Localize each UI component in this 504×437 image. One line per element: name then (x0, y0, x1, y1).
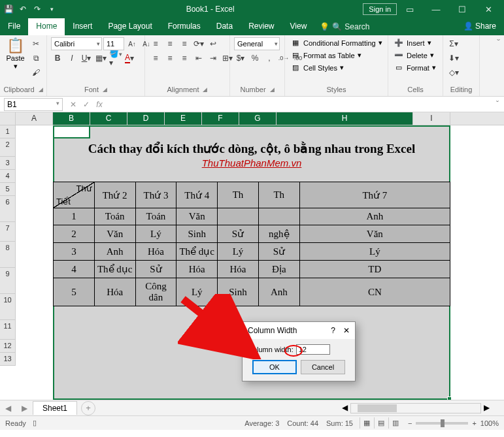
sheet-nav-next-icon[interactable]: ▶ (16, 404, 33, 413)
tab-insert[interactable]: Insert (65, 18, 100, 35)
alignment-launcher-icon[interactable]: ◢ (203, 86, 207, 93)
worksheet-grid[interactable]: ABCDEFGHI 12345678910111213 Cách thay đổ… (0, 112, 504, 400)
name-box[interactable]: B1 (4, 98, 63, 111)
ok-button[interactable]: OK (252, 360, 297, 374)
zoom-out-icon[interactable]: − (408, 419, 412, 427)
align-right-icon[interactable]: ≡ (178, 52, 191, 65)
align-middle-icon[interactable]: ≡ (163, 37, 176, 50)
zoom-slider[interactable] (416, 422, 468, 425)
row-header-2[interactable]: 2 (0, 138, 16, 157)
row-header-3[interactable]: 3 (0, 157, 16, 170)
percent-icon[interactable]: % (248, 52, 261, 65)
bold-icon[interactable]: B (51, 52, 64, 65)
new-sheet-button[interactable]: + (81, 401, 95, 415)
undo-icon[interactable]: ↶ (17, 5, 29, 14)
comma-icon[interactable]: , (263, 52, 276, 65)
close-icon[interactable]: ✕ (475, 5, 501, 14)
tab-page-layout[interactable]: Page Layout (100, 18, 160, 35)
maximize-icon[interactable]: ☐ (449, 5, 475, 14)
number-launcher-icon[interactable]: ◢ (270, 86, 275, 93)
row-header-9[interactable]: 9 (0, 268, 16, 294)
qat-customize-icon[interactable]: ▾ (46, 6, 58, 12)
col-header-H[interactable]: H (277, 112, 413, 125)
row-header-12[interactable]: 12 (0, 340, 16, 353)
dialog-help-icon[interactable]: ? (331, 326, 335, 335)
italic-icon[interactable]: I (65, 52, 78, 65)
tab-formulas[interactable]: Formulas (160, 18, 209, 35)
cell-styles-button[interactable]: ▨Cell Styles ▾ (289, 62, 345, 73)
underline-icon[interactable]: U ▾ (80, 52, 93, 65)
tab-home[interactable]: Home (28, 18, 65, 35)
wrap-text-icon[interactable]: ↩ (207, 37, 220, 50)
tab-file[interactable]: File (0, 18, 28, 35)
collapse-ribbon-icon[interactable]: ˇ (493, 35, 504, 96)
col-header-C[interactable]: C (90, 112, 127, 125)
sheet-tab[interactable]: Sheet1 (33, 401, 77, 415)
align-left-icon[interactable]: ≡ (149, 52, 162, 65)
insert-button[interactable]: ➕Insert ▾ (392, 37, 433, 48)
border-icon[interactable]: ▦▾ (94, 52, 107, 65)
col-header-B[interactable]: B (53, 112, 90, 125)
number-format-combo[interactable]: General (234, 37, 280, 50)
cancel-button[interactable]: Cancel (301, 360, 345, 374)
copy-icon[interactable]: ⧉ (29, 52, 42, 65)
align-bottom-icon[interactable]: ≡ (178, 37, 191, 50)
col-header-G[interactable]: G (239, 112, 277, 125)
col-header-A[interactable]: A (16, 112, 53, 125)
macro-record-icon[interactable]: ▯ (33, 419, 37, 427)
col-header-F[interactable]: F (202, 112, 239, 125)
font-name-combo[interactable]: Calibri (51, 37, 102, 50)
dialog-close-icon[interactable]: ✕ (343, 326, 350, 335)
row-header-6[interactable]: 6 (0, 196, 16, 222)
tab-review[interactable]: Review (241, 18, 282, 35)
horizontal-scrollbar[interactable] (350, 403, 481, 413)
format-painter-icon[interactable]: 🖌 (29, 66, 42, 79)
conditional-formatting-button[interactable]: ▦Conditional Formatting ▾ (289, 37, 384, 48)
row-header-7[interactable]: 7 (0, 222, 16, 242)
clipboard-launcher-icon[interactable]: ◢ (39, 86, 43, 93)
font-launcher-icon[interactable]: ◢ (103, 86, 107, 93)
fill-icon[interactable]: ⬇▾ (447, 52, 460, 65)
format-button[interactable]: ▭Format ▾ (392, 62, 437, 73)
clear-icon[interactable]: ◇▾ (447, 66, 460, 79)
increase-font-icon[interactable]: A↑ (126, 37, 139, 50)
tab-view[interactable]: View (282, 18, 315, 35)
row-header-11[interactable]: 11 (0, 320, 16, 340)
row-header-4[interactable]: 4 (0, 170, 16, 183)
decrease-indent-icon[interactable]: ⇤ (192, 52, 205, 65)
hscroll-right-icon[interactable]: ▶ (481, 403, 492, 413)
sheet-nav-prev-icon[interactable]: ◀ (0, 404, 16, 413)
share-button[interactable]: 👤 Share (456, 18, 504, 35)
format-as-table-button[interactable]: ▤Format as Table ▾ (289, 50, 363, 61)
enter-formula-icon[interactable]: ✓ (80, 100, 93, 109)
ribbon-options-icon[interactable]: ▭ (397, 5, 423, 14)
redo-icon[interactable]: ↷ (31, 5, 43, 14)
col-header-E[interactable]: E (165, 112, 202, 125)
font-size-combo[interactable]: 11 (103, 37, 124, 50)
cancel-formula-icon[interactable]: ✕ (67, 100, 80, 109)
accounting-icon[interactable]: $▾ (234, 52, 247, 65)
row-header-13[interactable]: 13 (0, 353, 16, 366)
row-header-1[interactable]: 1 (0, 125, 16, 138)
save-icon[interactable]: 💾 (3, 5, 14, 14)
increase-indent-icon[interactable]: ⇥ (207, 52, 220, 65)
cut-icon[interactable]: ✂ (29, 37, 42, 50)
view-switcher[interactable]: ▦▤▥ (360, 417, 403, 429)
hscroll-left-icon[interactable]: ◀ (339, 403, 350, 413)
expand-formula-icon[interactable]: ˇ (491, 100, 504, 109)
minimize-icon[interactable]: — (423, 5, 449, 14)
orientation-icon[interactable]: ⟳▾ (192, 37, 205, 50)
row-header-5[interactable]: 5 (0, 183, 16, 196)
row-header-10[interactable]: 10 (0, 294, 16, 320)
signin-button[interactable]: Sign in (363, 3, 397, 15)
col-header-D[interactable]: D (127, 112, 165, 125)
font-color-icon[interactable]: A▾ (123, 52, 136, 65)
row-header-8[interactable]: 8 (0, 242, 16, 268)
paste-button[interactable]: 📋Paste ▾ (4, 37, 27, 71)
delete-button[interactable]: ➖Delete ▾ (392, 50, 435, 61)
zoom-level[interactable]: 100% (480, 419, 499, 427)
autosum-icon[interactable]: Σ▾ (447, 37, 460, 50)
formula-input[interactable] (106, 103, 491, 106)
tell-me[interactable]: 💡🔍 Search (320, 18, 369, 35)
fx-icon[interactable]: fx (93, 100, 106, 109)
